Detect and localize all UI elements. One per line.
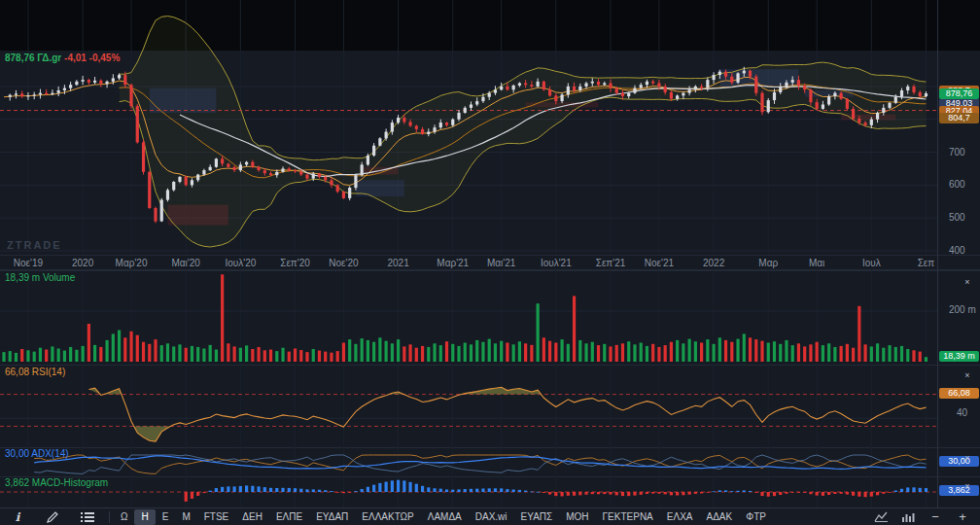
histogram-icon (901, 511, 915, 523)
price-axis-chip: 878,76 (939, 88, 979, 99)
x-axis-label: Μαι'20 (163, 258, 208, 268)
x-axis-label: 2020 (60, 258, 105, 268)
info-button[interactable]: i (0, 509, 35, 525)
toolbar-button-ΕΛΛΑΚΤΩΡ[interactable]: ΕΛΛΑΚΤΩΡ (355, 509, 420, 525)
toolbar-button-ΜΟΗ[interactable]: ΜΟΗ (559, 509, 595, 525)
volume-panel[interactable] (0, 270, 980, 365)
rsi-panel-close-button[interactable]: × (962, 369, 973, 381)
trading-chart-app: Νοε'192020Μαρ'20Μαι'20Ιουλ'20Σεπ'20Νοε'2… (0, 0, 980, 525)
symbol-quote-label: 878,76 ΓΔ.gr -4,01 -0,45% (5, 52, 120, 63)
price-grid-label: 600 (949, 179, 965, 190)
toolbar-button-DAX.wi[interactable]: DAX.wi (469, 509, 514, 525)
toolbar-button-Μ[interactable]: Μ (175, 509, 196, 525)
last-price-label: 878,76 ΓΔ.gr (5, 52, 61, 63)
symbol-tabs: ΩΗΕΜFTSEΔΕΗΕΛΠΕΕΥΔΑΠΕΛΛΑΚΤΩΡΛΑΜΔΑDAX.wiΕ… (114, 509, 773, 525)
rsi-panel[interactable] (0, 365, 980, 447)
line-chart-icon (874, 511, 889, 523)
price-grid-label: 500 (949, 212, 965, 223)
zoom-out-button[interactable]: − (928, 509, 943, 525)
x-axis-label: Ιουλ'20 (218, 258, 262, 268)
object-list-button[interactable] (70, 509, 105, 525)
x-axis-label: Σεπ (903, 258, 948, 268)
draw-button[interactable] (35, 509, 70, 525)
price-change-label: -4,01 -0,45% (64, 52, 120, 63)
rsi-line (88, 387, 926, 441)
x-axis-label: Σεπ'20 (273, 258, 318, 268)
histogram-button[interactable] (900, 509, 916, 525)
x-axis-label: Νοε'20 (321, 258, 366, 268)
toolbar-button-Ω[interactable]: Ω (114, 509, 134, 525)
object-list-icon (80, 511, 95, 523)
volume-axis-label: 200 m (949, 304, 976, 315)
x-axis-label: Νοε'21 (637, 258, 682, 268)
toolbar-button-Ε[interactable]: Ε (156, 509, 176, 525)
x-axis-label: Μαι'21 (479, 258, 524, 268)
x-axis-label: 2022 (691, 258, 736, 268)
pencil-icon (46, 510, 59, 524)
info-icon: i (16, 510, 20, 524)
rsi-overbought-oversold-fill (88, 387, 541, 441)
x-axis-label: Μαρ'21 (431, 258, 475, 268)
toolbar-right-tools: − + (873, 509, 980, 525)
macd-indicator-label: 3,862 MACD-Histogram (5, 477, 108, 488)
line-chart-button[interactable] (873, 509, 889, 525)
price-grid-label: 400 (949, 245, 965, 256)
x-axis-label: Ιουλ (849, 258, 893, 268)
price-axis-chip: 804,7 (939, 113, 979, 123)
volume-value-chip: 18,39 m (939, 351, 979, 362)
x-axis-label: Νοε'19 (6, 258, 51, 268)
toolbar-button-ΕΥΑΠΣ[interactable]: ΕΥΑΠΣ (514, 509, 560, 525)
di-minus-line (34, 455, 926, 473)
price-grid-label: 700 (949, 147, 965, 158)
zoom-in-button[interactable]: + (955, 509, 970, 525)
x-axis-label: Σεπ'21 (588, 258, 633, 268)
toolbar-button-ΦΤΡ[interactable]: ΦΤΡ (739, 509, 773, 525)
price-axis-separator (937, 0, 938, 508)
platform-watermark: ZTRADE (7, 239, 62, 251)
adx-panel[interactable] (0, 447, 980, 476)
x-axis-label: 2021 (376, 258, 421, 268)
toolbar-button-ΕΛΧΑ[interactable]: ΕΛΧΑ (660, 509, 700, 525)
toolbar-divider (109, 511, 110, 523)
toolbar-button-ΕΛΠΕ[interactable]: ΕΛΠΕ (269, 509, 309, 525)
toolbar-button-ΛΑΜΔΑ[interactable]: ΛΑΜΔΑ (421, 509, 469, 525)
toolbar-button-ΑΔΑΚ[interactable]: ΑΔΑΚ (699, 509, 739, 525)
toolbar-button-ΔΕΗ[interactable]: ΔΕΗ (235, 509, 269, 525)
toolbar-button-Η[interactable]: Η (134, 509, 155, 525)
volume-indicator-label: 18,39 m Volume (5, 272, 75, 283)
price-chart-panel[interactable] (0, 0, 980, 255)
x-axis-label: Μαι (794, 258, 839, 268)
volume-panel-close-button[interactable]: × (962, 276, 973, 288)
x-axis[interactable]: Νοε'192020Μαρ'20Μαι'20Ιουλ'20Σεπ'20Νοε'2… (0, 255, 980, 270)
x-axis-label: Μαρ'20 (109, 258, 154, 268)
bottom-toolbar: i ΩΗΕΜFTSEΔΕΗΕΛΠΕΕΥΔΑΠΕΛΛΑΚΤΩΡΛΑΜΔΑDAX.w… (0, 508, 980, 525)
volume-bars (2, 274, 928, 362)
toolbar-button-FTSE[interactable]: FTSE (197, 509, 236, 525)
rsi-value-chip: 66,08 (939, 388, 979, 399)
macd-panel[interactable] (0, 476, 980, 508)
adx-line (34, 456, 926, 470)
toolbar-button-ΓΕΚΤΕΡΝΑ[interactable]: ΓΕΚΤΕΡΝΑ (596, 509, 660, 525)
toolbar-button-ΕΥΔΑΠ[interactable]: ΕΥΔΑΠ (309, 509, 355, 525)
x-axis-label: Μαρ (746, 258, 790, 268)
macd-panel-close-button[interactable]: × (962, 480, 973, 492)
adx-indicator-label: 30,00 ADX(14) (5, 448, 69, 459)
adx-panel-close-button[interactable]: × (962, 452, 973, 464)
rsi-indicator-label: 66,08 RSI(14) (5, 367, 65, 377)
x-axis-label: Ιουλ'21 (534, 258, 578, 268)
rsi-axis-label: 40 (957, 407, 967, 418)
